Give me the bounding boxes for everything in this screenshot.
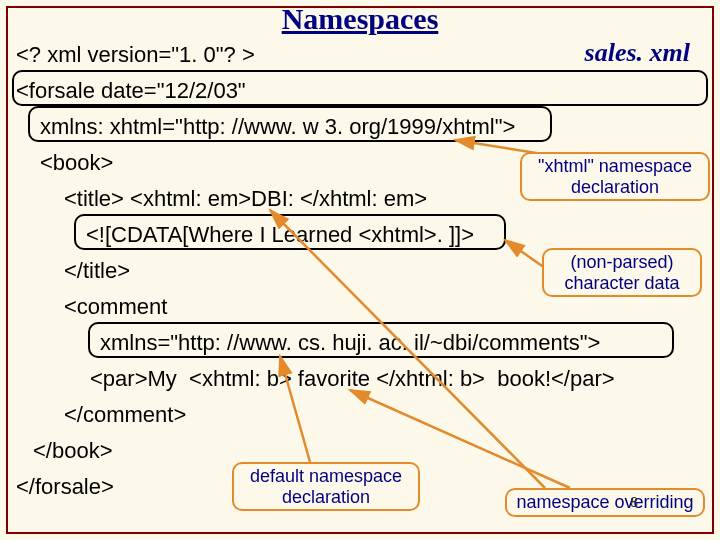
highlight-box-forsale: [12, 70, 708, 106]
annotation-xhtml-namespace: "xhtml" namespace declaration: [520, 152, 710, 201]
filename-label: sales. xml: [585, 38, 690, 68]
code-line-5: <title> <xhtml: em>DBI: </xhtml: em>: [64, 186, 427, 212]
page-number: 8: [630, 494, 638, 510]
code-line-8: <comment: [64, 294, 167, 320]
highlight-box-xmlns-xhtml: [28, 106, 552, 142]
code-line-10: <par>My <xhtml: b> favorite </xhtml: b> …: [90, 366, 615, 392]
code-line-4: <book>: [40, 150, 113, 176]
code-line-11: </comment>: [64, 402, 186, 428]
code-line-13: </forsale>: [16, 474, 114, 500]
code-line-1: <? xml version="1. 0"? >: [16, 42, 255, 68]
highlight-box-xmlns-default: [88, 322, 674, 358]
code-line-7: </title>: [64, 258, 130, 284]
code-line-12: </book>: [33, 438, 113, 464]
annotation-cdata: (non-parsed) character data: [542, 248, 702, 297]
annotation-default-namespace: default namespace declaration: [232, 462, 420, 511]
highlight-box-cdata: [74, 214, 506, 250]
annotation-namespace-overriding: namespace overriding: [505, 488, 705, 517]
slide-title: Namespaces: [0, 2, 720, 36]
